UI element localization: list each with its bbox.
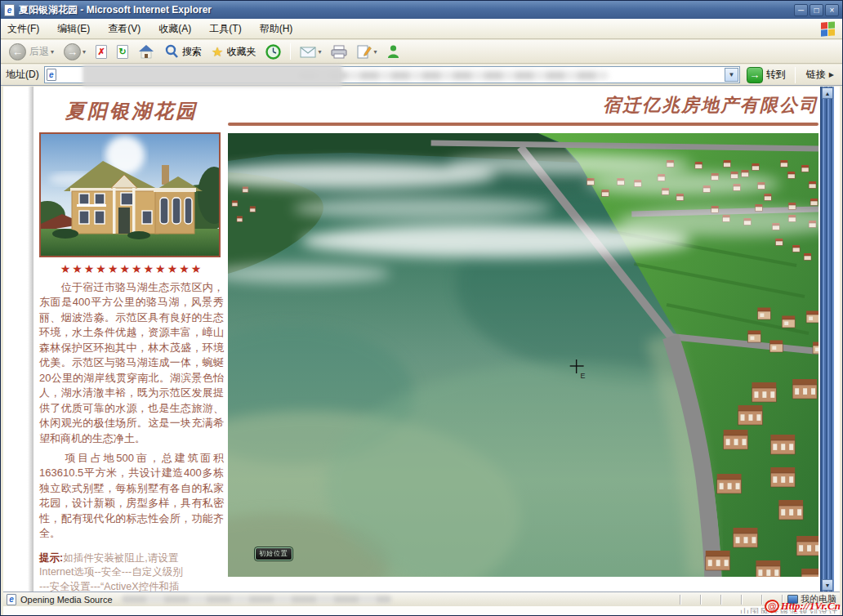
status-page-icon: e: [7, 594, 16, 605]
go-button[interactable]: → 转到: [743, 67, 789, 83]
edit-dropdown-icon[interactable]: ▾: [373, 48, 377, 56]
forward-icon: →: [64, 43, 81, 60]
sidebar: 夏阳银湖花园: [39, 92, 224, 591]
favorites-label: 收藏夹: [226, 45, 256, 59]
ie-page-icon: e: [4, 4, 15, 16]
search-label: 搜索: [182, 45, 202, 59]
menu-help[interactable]: 帮助(H): [260, 22, 293, 36]
search-button[interactable]: 搜索: [161, 42, 205, 60]
scroll-up-icon[interactable]: ▲: [822, 87, 833, 99]
address-bar: 地址(D) e ▼ → 转到 链接 ▶: [1, 65, 842, 86]
project-title: 夏阳银湖花园: [39, 98, 224, 124]
page-left-shadow: [28, 87, 33, 591]
main-panel: 宿迁亿兆房地产有限公司: [228, 92, 818, 577]
history-button[interactable]: [262, 42, 284, 61]
links-label: 链接: [806, 68, 826, 82]
page-content: 夏阳银湖花园: [3, 87, 840, 591]
addressbar-separator: [795, 67, 796, 83]
company-name: 宿迁亿兆房地产有限公司: [228, 92, 818, 119]
viewport-reset-button[interactable]: 初始位置: [255, 547, 292, 560]
messenger-button[interactable]: [383, 42, 404, 60]
maximize-button[interactable]: □: [810, 4, 823, 16]
title-bar: e 夏阳银湖花园 - Microsoft Internet Explorer ─…: [1, 1, 842, 19]
menu-tools[interactable]: 工具(T): [209, 22, 241, 36]
menu-edit[interactable]: 编辑(E): [57, 22, 90, 36]
back-button[interactable]: ← 后退 ▾: [6, 42, 57, 62]
go-label: 转到: [766, 68, 786, 82]
address-dropdown-icon[interactable]: ▼: [725, 68, 738, 82]
window-title: 夏阳银湖花园 - Microsoft Internet Explorer: [19, 3, 794, 17]
back-dropdown-icon[interactable]: ▾: [51, 48, 54, 56]
bottom-strip: 山国风景旅游规划设计院: [3, 606, 840, 615]
status-text: Opening Media Source: [20, 595, 113, 605]
go-arrow-icon: →: [747, 67, 763, 83]
print-button[interactable]: [328, 43, 350, 60]
forward-dropdown-icon[interactable]: ▾: [83, 48, 86, 56]
privacy-blur-overlay: [83, 65, 342, 87]
scroll-down-icon[interactable]: ▼: [822, 579, 833, 591]
back-icon: ←: [9, 43, 26, 60]
minimize-button[interactable]: ─: [794, 4, 808, 16]
favorites-star-icon: ★: [212, 44, 223, 60]
back-label: 后退: [29, 45, 49, 59]
header-rule: [228, 123, 818, 126]
stop-icon: ✗: [96, 45, 107, 59]
close-button[interactable]: ×: [825, 4, 839, 16]
vertical-scrollbar[interactable]: ▲ ▼: [820, 87, 834, 591]
menu-bar: 文件(F) 编辑(E) 查看(V) 收藏(A) 工具(T) 帮助(H): [1, 19, 842, 39]
plugin-tip: 提示:如插件安装被阻止,请设置 Internet选项--安全---自定义级别 -…: [39, 551, 224, 591]
watermark-stamp-icon: @: [763, 598, 780, 614]
links-button[interactable]: 链接 ▶: [801, 68, 839, 82]
watermark-url: Http://1Vr.Cn: [781, 600, 841, 613]
map-3d-viewport[interactable]: E 初始位置: [228, 133, 818, 577]
history-icon: [265, 44, 281, 60]
status-blurred-text: [122, 596, 391, 603]
toolbar-separator: [290, 43, 291, 60]
refresh-button[interactable]: ↻: [114, 43, 132, 60]
home-button[interactable]: [135, 42, 158, 60]
intro-paragraph: 位于宿迁市骆马湖生态示范区内，东面是400平方公里的骆马湖，风景秀丽、烟波浩淼。…: [39, 280, 224, 446]
site-watermark: @ Http://1Vr.Cn: [765, 600, 841, 613]
forward-button[interactable]: → ▾: [60, 42, 89, 62]
refresh-icon: ↻: [117, 45, 128, 59]
blurred-url-text: [298, 71, 609, 80]
menu-view[interactable]: 查看(V): [108, 22, 140, 36]
windows-flag-icon: [821, 21, 836, 37]
mail-button[interactable]: ▾: [297, 44, 324, 60]
links-arrow-icon: ▶: [829, 71, 834, 78]
mail-icon: [300, 46, 316, 58]
stop-button[interactable]: ✗: [92, 43, 110, 60]
edit-icon: [357, 44, 372, 59]
menu-favorites[interactable]: 收藏(A): [158, 22, 191, 36]
home-icon: [138, 44, 154, 59]
mail-dropdown-icon[interactable]: ▾: [318, 48, 321, 56]
address-page-icon: e: [47, 69, 56, 81]
villa-photo: [39, 132, 221, 257]
search-icon: [164, 44, 179, 59]
menu-file[interactable]: 文件(F): [7, 22, 39, 36]
villa-illustration: [41, 134, 219, 256]
messenger-icon: [386, 44, 400, 59]
project-paragraph: 项目占地500亩，总建筑面积163610.5平方米，共设计建造400多栋独立欧式…: [39, 451, 224, 542]
favorites-button[interactable]: ★ 收藏夹: [208, 42, 259, 61]
status-bar: e Opening Media Source 我的电脑: [3, 591, 840, 606]
map-3d-scene: E: [228, 133, 818, 577]
stars-row-top: ★★★★★★★★★★★★: [39, 262, 224, 275]
tip-label: 提示:: [39, 552, 63, 564]
print-icon: [331, 45, 347, 59]
edit-button[interactable]: ▾: [354, 42, 380, 60]
toolbar: ← 后退 ▾ → ▾ ✗ ↻ 搜索 ★: [1, 40, 842, 64]
tip-text: 如插件安装被阻止,请设置 Internet选项--安全---自定义级别 ---安…: [39, 552, 198, 591]
browser-window: e 夏阳银湖花园 - Microsoft Internet Explorer ─…: [0, 0, 843, 616]
address-label: 地址(D): [4, 68, 41, 82]
svg-text:E: E: [581, 372, 586, 380]
